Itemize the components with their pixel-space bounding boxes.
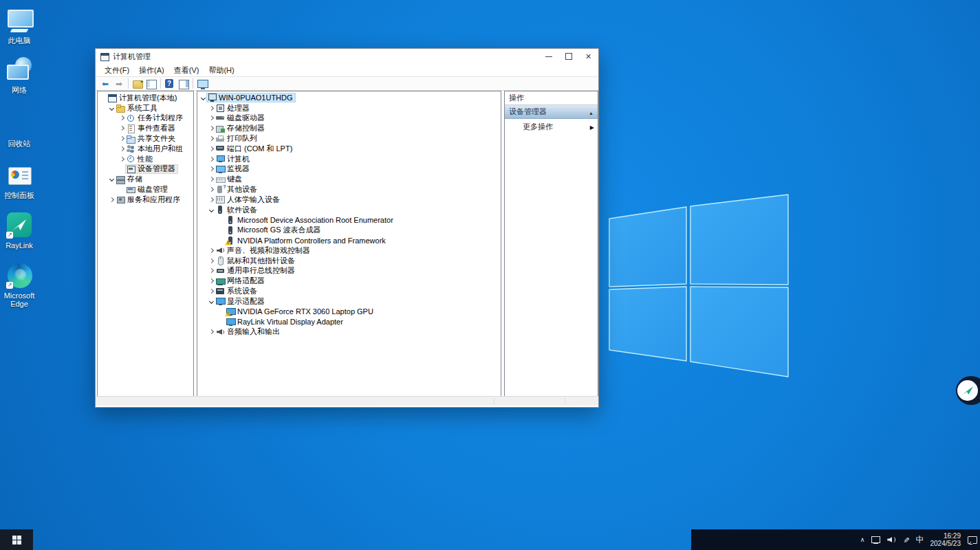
- expand-chevron-icon[interactable]: [118, 116, 125, 120]
- title-bar[interactable]: 计算机管理: [96, 49, 598, 64]
- tree-item[interactable]: 存储: [98, 174, 193, 184]
- menu-item[interactable]: 帮助(H): [204, 64, 239, 77]
- expand-chevron-icon[interactable]: [208, 126, 215, 130]
- tree-item[interactable]: 其他设备: [197, 184, 501, 195]
- tree-item[interactable]: Microsoft Device Association Root Enumer…: [197, 215, 501, 226]
- tree-item-core[interactable]: 计算机管理(本地): [107, 93, 179, 102]
- tree-item[interactable]: 设备管理器: [98, 164, 193, 175]
- expand-chevron-icon[interactable]: [118, 137, 125, 140]
- menu-item[interactable]: 查看(V): [169, 64, 204, 77]
- tree-item[interactable]: 声音、视频和游戏控制器: [197, 245, 501, 256]
- menu-item[interactable]: 文件(F): [100, 64, 134, 77]
- tree-item-core[interactable]: 存储控制器: [215, 124, 268, 133]
- expand-chevron-icon[interactable]: [208, 249, 215, 252]
- pen-tray-icon[interactable]: ✎: [902, 536, 911, 542]
- expand-chevron-icon[interactable]: [208, 330, 215, 333]
- tree-item[interactable]: 系统工具: [98, 103, 193, 113]
- tree-item[interactable]: 共享文件夹: [98, 133, 193, 144]
- tree-item[interactable]: Microsoft GS 波表合成器: [197, 225, 501, 235]
- tree-item-core[interactable]: 系统工具: [115, 103, 160, 113]
- expand-chevron-icon[interactable]: [208, 137, 215, 140]
- tree-item-core[interactable]: 通用串行总线控制器: [215, 266, 298, 276]
- tree-item-core[interactable]: 任务计划程序: [125, 113, 186, 123]
- tree-item-core[interactable]: NVIDIA GeForce RTX 3060 Laptop GPU: [225, 307, 376, 316]
- expand-chevron-icon[interactable]: [108, 198, 115, 201]
- desktop-icon-control-panel[interactable]: 控制面板: [1, 162, 37, 199]
- expand-chevron-icon[interactable]: [208, 208, 215, 212]
- tree-item-core[interactable]: 设备管理器: [125, 164, 178, 174]
- volume-tray-icon[interactable]: [887, 536, 897, 544]
- tree-item-core[interactable]: Microsoft Device Association Root Enumer…: [225, 215, 396, 225]
- tree-item-core[interactable]: 服务和应用程序: [115, 195, 183, 204]
- tree-item-core[interactable]: 磁盘驱动器: [215, 113, 268, 123]
- tree-item[interactable]: 人体学输入设备: [197, 195, 501, 205]
- tree-item[interactable]: 存储控制器: [197, 123, 501, 133]
- tree-item-core[interactable]: 音频输入和输出: [215, 327, 283, 337]
- tree-item-core[interactable]: 性能: [125, 154, 155, 164]
- expand-chevron-icon[interactable]: [208, 157, 215, 161]
- minimize-button[interactable]: [538, 49, 558, 64]
- desktop-icon-edge[interactable]: ↗Microsoft Edge: [1, 262, 37, 308]
- tree-item[interactable]: 事件查看器: [98, 123, 193, 133]
- console-tree-button[interactable]: [144, 78, 158, 90]
- tree-item[interactable]: WIN-0PUAO1UTHDG: [197, 93, 501, 103]
- tree-item-core[interactable]: 存储: [115, 175, 145, 184]
- menu-item[interactable]: 操作(A): [134, 64, 169, 77]
- close-button[interactable]: [578, 49, 598, 64]
- tree-item[interactable]: 网络适配器: [197, 276, 501, 286]
- expand-chevron-icon[interactable]: [208, 198, 215, 201]
- tree-item-core[interactable]: 其他设备: [215, 185, 260, 195]
- tree-item[interactable]: 磁盘管理: [98, 184, 193, 195]
- tree-item[interactable]: 键盘: [197, 174, 501, 184]
- expand-chevron-icon[interactable]: [208, 147, 215, 151]
- expand-chevron-icon[interactable]: [199, 96, 206, 100]
- tree-item[interactable]: NVIDIA GeForce RTX 3060 Laptop GPU: [197, 307, 501, 317]
- ime-indicator[interactable]: 中: [916, 534, 924, 546]
- desktop-icon-network-places[interactable]: 网络: [1, 56, 37, 94]
- tree-item-core[interactable]: 人体学输入设备: [215, 195, 283, 204]
- expand-chevron-icon[interactable]: [208, 259, 215, 263]
- tree-item-core[interactable]: 网络适配器: [215, 276, 268, 286]
- tree-item[interactable]: 计算机: [197, 154, 501, 164]
- tree-item-core[interactable]: 磁盘管理: [125, 185, 171, 195]
- tree-item-core[interactable]: WIN-0PUAO1UTHDG: [206, 93, 296, 102]
- action-center-icon[interactable]: [967, 536, 977, 544]
- tree-item[interactable]: 处理器: [197, 103, 501, 113]
- tree-item[interactable]: 监视器: [197, 164, 501, 175]
- tree-item-core[interactable]: 计算机: [215, 154, 252, 164]
- tree-item[interactable]: 任务计划程序: [98, 113, 193, 124]
- tree-item[interactable]: NVIDIA Platform Controllers and Framewor…: [197, 235, 501, 245]
- raylink-floating-ball[interactable]: [956, 376, 980, 405]
- desktop-icon-raylink[interactable]: ↗RayLink: [1, 212, 37, 250]
- tree-item[interactable]: 音频输入和输出: [197, 327, 501, 337]
- tree-item-core[interactable]: 鼠标和其他指针设备: [215, 256, 298, 265]
- tree-item[interactable]: 显示适配器: [197, 296, 501, 307]
- back-button[interactable]: [98, 78, 112, 90]
- tree-item-core[interactable]: Microsoft GS 波表合成器: [225, 226, 324, 235]
- expand-chevron-icon[interactable]: [118, 126, 125, 130]
- tree-item[interactable]: 系统设备: [197, 286, 501, 296]
- collapse-arrow-icon[interactable]: [589, 108, 594, 116]
- tree-item[interactable]: 计算机管理(本地): [98, 93, 193, 103]
- remote-desktop-button[interactable]: [195, 78, 209, 90]
- actions-panel-title[interactable]: 设备管理器: [505, 105, 598, 119]
- help-button[interactable]: [163, 78, 177, 90]
- expand-chevron-icon[interactable]: [208, 289, 215, 293]
- tree-item[interactable]: 端口 (COM 和 LPT): [197, 144, 501, 154]
- tree-item-core[interactable]: 端口 (COM 和 LPT): [215, 144, 295, 153]
- tree-item-core[interactable]: RayLink Virtual Display Adapter: [225, 317, 346, 327]
- clock[interactable]: 16:29 2024/5/23: [930, 532, 961, 547]
- expand-chevron-icon[interactable]: [108, 177, 115, 181]
- tree-item[interactable]: 鼠标和其他指针设备: [197, 256, 501, 266]
- tree-item[interactable]: 打印队列: [197, 133, 501, 144]
- more-actions-item[interactable]: 更多操作: [505, 119, 598, 134]
- expand-chevron-icon[interactable]: [208, 269, 215, 272]
- expand-chevron-icon[interactable]: [208, 107, 215, 110]
- tree-item-core[interactable]: 键盘: [215, 175, 245, 184]
- tree-item[interactable]: RayLink Virtual Display Adapter: [197, 317, 501, 327]
- tree-item-core[interactable]: 事件查看器: [125, 124, 178, 133]
- expand-chevron-icon[interactable]: [208, 116, 215, 120]
- expand-chevron-icon[interactable]: [118, 147, 125, 151]
- tree-item-core[interactable]: 本地用户和组: [125, 144, 186, 153]
- desktop-icon-this-pc[interactable]: 此电脑: [1, 7, 37, 45]
